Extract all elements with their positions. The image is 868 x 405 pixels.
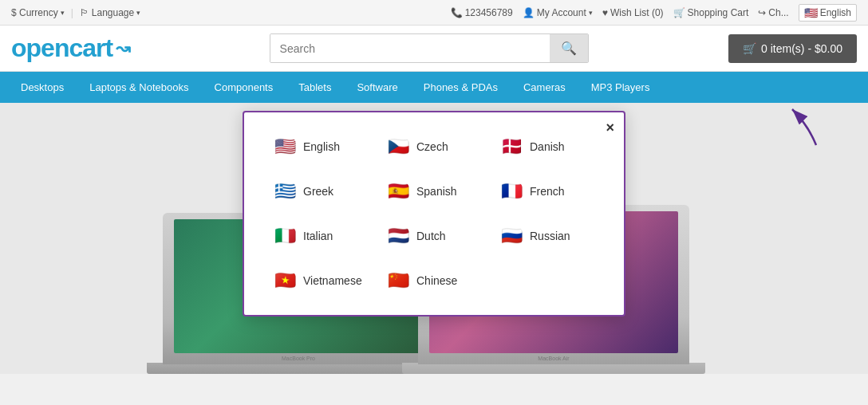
lang-item-danish[interactable]: 🇩🇰Danish — [495, 132, 600, 162]
lang-item-french[interactable]: 🇫🇷French — [495, 176, 600, 206]
phone: 📞 123456789 — [451, 7, 513, 18]
language-modal: × 🇺🇸English🇨🇿Czech🇩🇰Danish🇬🇷Greek🇪🇸Spani… — [243, 111, 625, 317]
cart-button[interactable]: 🛒 0 item(s) - $0.00 — [728, 34, 857, 63]
currency-label: $ Currency — [11, 7, 58, 18]
lang-name-french: French — [530, 185, 565, 198]
flag-icon: 🏳 — [80, 7, 89, 18]
logo-cart-icon: ↝ — [116, 38, 129, 59]
nav-item-desktops[interactable]: Desktops — [8, 72, 77, 103]
lang-name-russian: Russian — [530, 230, 570, 242]
language-chevron-icon: ▾ — [136, 9, 140, 17]
flag-cn-icon: 🇨🇳 — [386, 269, 410, 293]
heart-icon: ♥ — [602, 7, 608, 18]
top-bar-left: $ Currency ▾ | 🏳 Language ▾ — [11, 7, 140, 18]
cart-btn-label: 0 item(s) - $0.00 — [761, 42, 842, 55]
search-bar: 🔍 — [270, 33, 589, 63]
currency-chevron-icon: ▾ — [61, 9, 65, 17]
lang-item-dutch[interactable]: 🇳🇱Dutch — [381, 221, 487, 251]
flag-es-icon: 🇪🇸 — [386, 179, 410, 203]
wishlist-link[interactable]: ♥ Wish List (0) — [602, 7, 664, 18]
lang-name-danish: Danish — [530, 140, 565, 153]
flag-dk-icon: 🇩🇰 — [499, 135, 523, 159]
phone-icon: 📞 — [451, 7, 463, 18]
checkout-icon: ↪ — [758, 7, 766, 18]
my-account-link[interactable]: 👤 My Account ▾ — [523, 7, 593, 18]
lang-name-english: English — [303, 140, 340, 153]
lang-item-greek[interactable]: 🇬🇷Greek — [268, 176, 373, 206]
language-dropdown[interactable]: 🏳 Language ▾ — [80, 7, 140, 18]
flag-it-icon: 🇮🇹 — [273, 224, 297, 248]
shopping-cart-link[interactable]: 🛒 Shopping Cart — [673, 7, 749, 18]
lang-item-vietnamese[interactable]: 🇻🇳Vietnamese — [268, 265, 373, 296]
lang-name-greek: Greek — [303, 185, 333, 198]
flag-vn-icon: 🇻🇳 — [273, 269, 297, 293]
user-icon: 👤 — [523, 7, 535, 18]
lang-name-vietnamese: Vietnamese — [303, 274, 362, 287]
language-grid: 🇺🇸English🇨🇿Czech🇩🇰Danish🇬🇷Greek🇪🇸Spanish… — [268, 132, 600, 296]
flag-ru-icon: 🇷🇺 — [499, 224, 523, 248]
language-label: Language — [92, 7, 134, 18]
flag-us-icon: 🇺🇸 — [273, 135, 297, 159]
nav-item-laptops[interactable]: Laptops & Notebooks — [77, 72, 201, 103]
laptop-label-2: MacBook Air — [538, 356, 569, 361]
lang-name-czech: Czech — [416, 140, 448, 153]
account-chevron-icon: ▾ — [589, 9, 593, 17]
logo[interactable]: opencart ↝ — [11, 33, 129, 63]
laptop-label-1: MacBook Pro — [282, 356, 315, 361]
modal-close-button[interactable]: × — [606, 120, 614, 135]
lang-name-dutch: Dutch — [416, 230, 446, 242]
lang-name-chinese: Chinese — [416, 274, 457, 287]
nav-item-tablets[interactable]: Tablets — [286, 72, 344, 103]
flag-fr-icon: 🇫🇷 — [499, 179, 523, 203]
lang-name-spanish: Spanish — [416, 185, 457, 198]
search-button[interactable]: 🔍 — [550, 34, 588, 62]
cart-icon: 🛒 — [673, 7, 685, 18]
nav-item-software[interactable]: Software — [344, 72, 410, 103]
lang-item-spanish[interactable]: 🇪🇸Spanish — [381, 176, 487, 206]
current-lang-flag-icon: 🇺🇸 — [804, 6, 818, 19]
lang-item-english[interactable]: 🇺🇸English — [268, 132, 373, 162]
lang-name-italian: Italian — [303, 230, 333, 242]
main-content: MacBook Pro MacBook Air × 🇺🇸English🇨🇿Cze… — [0, 103, 868, 374]
cart-btn-icon: 🛒 — [743, 42, 756, 55]
current-language[interactable]: 🇺🇸 English — [799, 4, 857, 22]
nav-item-mp3[interactable]: MP3 Players — [578, 72, 663, 103]
nav-item-components[interactable]: Components — [202, 72, 286, 103]
logo-text: opencart — [11, 33, 112, 63]
checkout-link[interactable]: ↪ Ch... — [758, 7, 788, 18]
search-icon: 🔍 — [561, 41, 577, 55]
top-bar: $ Currency ▾ | 🏳 Language ▾ 📞 123456789 … — [0, 0, 868, 26]
lang-item-russian[interactable]: 🇷🇺Russian — [495, 221, 600, 251]
nav-item-cameras[interactable]: Cameras — [511, 72, 578, 103]
currency-dropdown[interactable]: $ Currency ▾ — [11, 7, 65, 18]
flag-nl-icon: 🇳🇱 — [386, 224, 410, 248]
lang-item-italian[interactable]: 🇮🇹Italian — [268, 221, 373, 251]
nav-item-phones[interactable]: Phones & PDAs — [411, 72, 511, 103]
top-bar-right: 📞 123456789 👤 My Account ▾ ♥ Wish List (… — [451, 4, 857, 22]
search-input[interactable] — [270, 34, 550, 62]
lang-item-czech[interactable]: 🇨🇿Czech — [381, 132, 487, 162]
header: opencart ↝ 🔍 🛒 0 item(s) - $0.00 — [0, 26, 868, 72]
nav-bar: Desktops Laptops & Notebooks Components … — [0, 72, 868, 103]
arrow-annotation — [760, 103, 824, 149]
lang-item-chinese[interactable]: 🇨🇳Chinese — [381, 265, 487, 296]
flag-gr-icon: 🇬🇷 — [273, 179, 297, 203]
flag-cz-icon: 🇨🇿 — [386, 135, 410, 159]
